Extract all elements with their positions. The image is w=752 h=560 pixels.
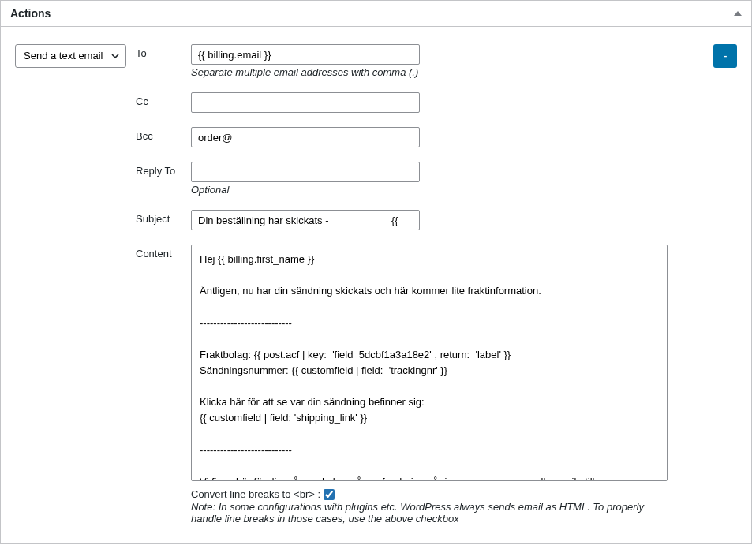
collapse-icon [734, 11, 742, 16]
remove-action-button[interactable]: - [713, 44, 737, 68]
content-field-wrap: Convert line breaks to <br> : Note: In s… [191, 245, 704, 525]
content-label: Content [136, 245, 181, 259]
actions-panel: Actions Send a text email To Separate mu… [0, 0, 752, 544]
bcc-row: Bcc [136, 127, 704, 147]
replyto-input[interactable] [191, 162, 420, 182]
subject-field-wrap [191, 210, 704, 230]
bcc-input[interactable] [191, 127, 420, 147]
content-textarea[interactable] [191, 245, 668, 481]
subject-label: Subject [136, 210, 181, 225]
to-field-wrap: Separate multiple email addresses with c… [191, 44, 704, 78]
to-label: To [136, 44, 181, 59]
panel-title: Actions [10, 7, 51, 20]
replyto-field-wrap: Optional [191, 162, 704, 196]
panel-header[interactable]: Actions [1, 1, 751, 27]
cc-label: Cc [136, 92, 181, 107]
convert-br-row: Convert line breaks to <br> : [191, 488, 704, 500]
cc-row: Cc [136, 92, 704, 113]
replyto-hint: Optional [191, 184, 704, 196]
action-type-select[interactable]: Send a text email [15, 44, 126, 68]
convert-br-label: Convert line breaks to <br> : [191, 488, 320, 500]
subject-input[interactable] [191, 210, 420, 230]
replyto-row: Reply To Optional [136, 162, 704, 196]
to-row: To Separate multiple email addresses wit… [136, 44, 704, 78]
action-type-column: Send a text email [15, 44, 126, 68]
subject-row: Subject [136, 210, 704, 230]
cc-input[interactable] [191, 92, 420, 113]
action-type-select-wrap: Send a text email [15, 44, 126, 68]
to-input[interactable] [191, 44, 420, 65]
bcc-label: Bcc [136, 127, 181, 142]
bcc-field-wrap [191, 127, 704, 147]
to-hint: Separate multiple email addresses with c… [191, 66, 704, 78]
panel-body: Send a text email To Separate multiple e… [1, 27, 751, 543]
convert-br-checkbox[interactable] [324, 489, 335, 500]
content-row: Content Convert line breaks to <br> : No… [136, 245, 704, 525]
form-fields: To Separate multiple email addresses wit… [136, 44, 704, 525]
convert-br-note: Note: In some configurations with plugin… [191, 501, 664, 525]
replyto-label: Reply To [136, 162, 181, 177]
cc-field-wrap [191, 92, 704, 113]
